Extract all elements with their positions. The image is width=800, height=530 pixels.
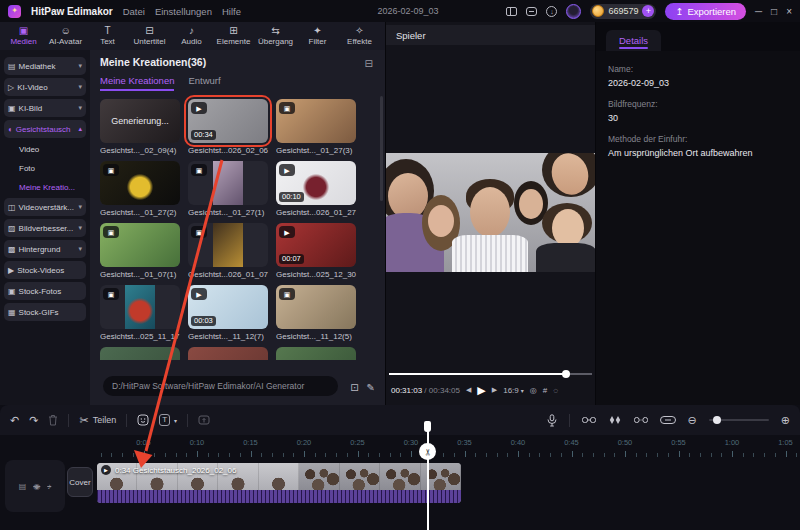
seek-handle[interactable] bbox=[562, 370, 570, 378]
media-item[interactable]: ▶00:03Gesichtst..._11_12(7) bbox=[188, 285, 272, 341]
sidebar-item-gesichtstausch[interactable]: ◐Gesichtstausch▴ bbox=[4, 120, 86, 138]
redo-icon[interactable]: ↷ bbox=[29, 414, 38, 427]
zoom-out-icon[interactable]: ⊖ bbox=[688, 414, 697, 427]
media-item[interactable]: ▣Gesichtst..._01_27(3) bbox=[276, 99, 360, 155]
undo-icon[interactable]: ↶ bbox=[10, 414, 19, 427]
playhead-scissors-icon[interactable]: ✂ bbox=[419, 443, 436, 460]
titlebar: ✦ HitPaw Edimakor Datei Einstellungen Hi… bbox=[0, 0, 800, 22]
details-tab-row: Details bbox=[596, 22, 800, 51]
playhead[interactable]: ✂ bbox=[424, 421, 431, 530]
sidebar-item-bildverbesser[interactable]: ▨Bildverbesser...▾ bbox=[4, 219, 86, 237]
sidebar-item-stock-fotos[interactable]: ▣Stock-Fotos bbox=[4, 282, 86, 300]
tab-subtitle[interactable]: ⊟Untertitel bbox=[129, 26, 170, 46]
menu-einstellungen[interactable]: Einstellungen bbox=[155, 6, 212, 17]
snapshot-icon[interactable]: ◎ bbox=[530, 386, 537, 395]
grid-overlay-icon[interactable]: # bbox=[543, 386, 547, 395]
menu-datei[interactable]: Datei bbox=[123, 6, 145, 17]
download-icon[interactable]: ↓ bbox=[546, 6, 557, 17]
sidebar-item-foto[interactable]: Foto bbox=[4, 160, 86, 176]
tab-effects[interactable]: ✧Effekte bbox=[339, 26, 380, 46]
mute-track-icon[interactable]: ♪ bbox=[47, 482, 51, 491]
sidebar-item-ki-video[interactable]: ▷KI-Video▾ bbox=[4, 78, 86, 96]
close-button[interactable]: × bbox=[786, 6, 792, 17]
feedback-icon[interactable]: ⊟ bbox=[365, 58, 373, 69]
microphone-icon[interactable] bbox=[547, 414, 557, 427]
timeline-ruler[interactable]: 0:050:100:150:200:250:300:350:400:450:50… bbox=[0, 437, 800, 459]
sidebar-item-videoverst-rk[interactable]: ◫Videoverstärk...▾ bbox=[4, 198, 86, 216]
tab-entwurf[interactable]: Entwurf bbox=[188, 75, 220, 91]
media-item[interactable]: ▣Gesichtst...025_11_17 bbox=[100, 285, 184, 341]
feedback-chat-icon[interactable] bbox=[526, 7, 537, 16]
chevron-down-icon: ▾ bbox=[174, 417, 177, 424]
sidebar-item-mediathek[interactable]: ▤Mediathek▾ bbox=[4, 57, 86, 75]
add-coins-button[interactable]: + bbox=[642, 5, 654, 17]
grid-scrollbar[interactable] bbox=[380, 96, 383, 201]
clip-frame bbox=[340, 463, 380, 490]
tab-audio[interactable]: ♪Audio bbox=[171, 26, 212, 46]
sticker-icon[interactable] bbox=[137, 414, 149, 426]
minimize-button[interactable]: ─ bbox=[755, 6, 762, 17]
tab-elements[interactable]: ⊞Elemente bbox=[213, 26, 254, 46]
seek-bar[interactable] bbox=[389, 370, 592, 378]
next-frame-icon[interactable]: ▶ bbox=[492, 386, 497, 394]
keyframe-icon[interactable] bbox=[608, 415, 622, 425]
face-art bbox=[452, 235, 528, 272]
video-preview[interactable] bbox=[386, 153, 596, 272]
ruler-tick bbox=[593, 453, 594, 457]
media-item[interactable]: ▶00:10Gesichtst...026_01_27 bbox=[276, 161, 360, 217]
ruler-tick bbox=[550, 453, 551, 457]
zoom-in-icon[interactable]: ⊕ bbox=[781, 414, 790, 427]
fullscreen-icon[interactable]: ◌ bbox=[553, 386, 558, 395]
tab-transition[interactable]: ⇆Übergang bbox=[255, 26, 296, 46]
sidebar-item-stock-gifs[interactable]: ▦Stock-GIFs bbox=[4, 303, 86, 321]
sidebar-item-meine-kreatio[interactable]: Meine Kreatio... bbox=[4, 179, 86, 195]
coin-balance[interactable]: 669579 + bbox=[590, 4, 656, 19]
link-clips-icon[interactable] bbox=[582, 415, 596, 425]
timeline-clip[interactable]: ▶ 0:34 Gesichtstausch_2026_02_06 bbox=[97, 463, 461, 503]
path-input[interactable]: D:/HitPaw Software/HitPaw Edimakor/AI Ge… bbox=[103, 376, 338, 396]
export-frame-icon[interactable] bbox=[198, 414, 210, 426]
sidebar-item-video[interactable]: Video bbox=[4, 141, 86, 157]
aspect-ratio-select[interactable]: 16:9▾ bbox=[503, 386, 524, 395]
menu-hilfe[interactable]: Hilfe bbox=[222, 6, 241, 17]
cover-button[interactable]: Cover bbox=[67, 467, 93, 497]
clip-frame bbox=[380, 463, 420, 490]
unlink-clips-icon[interactable] bbox=[634, 415, 648, 425]
zoom-slider-handle[interactable] bbox=[713, 416, 721, 424]
media-item[interactable]: ▶00:07Gesichtst...025_12_30 bbox=[276, 223, 360, 279]
export-button[interactable]: ↥ Exportieren bbox=[665, 3, 746, 20]
media-item[interactable]: ▶00:34Gesichtst...026_02_06 bbox=[188, 99, 272, 155]
tab-details[interactable]: Details bbox=[606, 30, 661, 51]
playhead-handle[interactable] bbox=[424, 421, 431, 432]
ruler-tick bbox=[732, 451, 733, 457]
sidebar-item-ki-bild[interactable]: ▣KI-Bild▾ bbox=[4, 99, 86, 117]
edit-path-icon[interactable]: ✎ bbox=[367, 382, 375, 393]
tab-filter[interactable]: ✦Filter bbox=[297, 26, 338, 46]
hide-track-icon[interactable]: ◉ bbox=[33, 482, 40, 491]
media-item[interactable]: ▣Gesichtst..._11_12(5) bbox=[276, 285, 360, 341]
media-item[interactable]: ▣Gesichtst..._01_27(2) bbox=[100, 161, 184, 217]
tab-meine-kreationen[interactable]: Meine Kreationen bbox=[100, 75, 174, 91]
audio-icon: ♪ bbox=[189, 26, 194, 36]
details-panel: Details Name:2026-02-09_03Bildfrequenz:3… bbox=[595, 22, 800, 405]
user-avatar[interactable] bbox=[566, 4, 581, 19]
media-item[interactable]: ▣Gesichtst..._01_27(1) bbox=[188, 161, 272, 217]
split-button[interactable]: ✂Teilen bbox=[79, 414, 116, 427]
maximize-button[interactable]: □ bbox=[771, 6, 777, 17]
fit-timeline-icon[interactable] bbox=[660, 415, 676, 425]
media-item[interactable]: ▣Gesichtst...026_01_07 bbox=[188, 223, 272, 279]
media-item[interactable]: Generierung...Gesichtst..._02_09(4) bbox=[100, 99, 184, 155]
tab-avatar[interactable]: ☺AI-Avatar bbox=[45, 26, 86, 46]
timeline-zoom-slider[interactable] bbox=[709, 419, 769, 421]
sidebar-item-stock-videos[interactable]: ▶Stock-Videos bbox=[4, 261, 86, 279]
play-icon[interactable]: ▶ bbox=[477, 384, 485, 397]
media-item[interactable]: ▣Gesichtst..._01_07(1) bbox=[100, 223, 184, 279]
delete-icon[interactable] bbox=[48, 414, 58, 426]
import-folder-icon[interactable]: ⊡ bbox=[350, 382, 358, 393]
text-tool-button[interactable]: T▾ bbox=[159, 414, 177, 426]
layout-panels-icon[interactable] bbox=[506, 7, 517, 16]
previous-frame-icon[interactable]: ◀ bbox=[466, 386, 471, 394]
tab-text[interactable]: TText bbox=[87, 26, 128, 46]
tab-media[interactable]: ▣Medien bbox=[3, 26, 44, 46]
sidebar-item-hintergrund[interactable]: ▩Hintergrund▾ bbox=[4, 240, 86, 258]
